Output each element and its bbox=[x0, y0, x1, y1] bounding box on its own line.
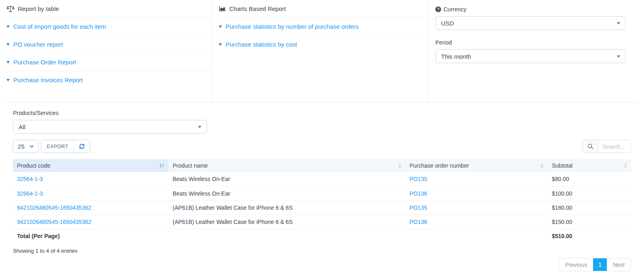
chevron-down-icon bbox=[30, 145, 34, 148]
caret-down-icon bbox=[219, 26, 222, 28]
product-code-link[interactable]: 9421026480545-1650435362 bbox=[17, 204, 91, 211]
section-divider bbox=[6, 102, 638, 102]
question-circle-icon bbox=[435, 6, 441, 12]
export-button[interactable]: EXPORT bbox=[41, 140, 74, 153]
pagination: Previous 1 Next bbox=[559, 258, 631, 271]
po-number-link[interactable]: PO136 bbox=[410, 219, 427, 225]
column-header-subtotal[interactable]: Subtotal bbox=[548, 159, 631, 172]
caret-down-icon bbox=[6, 43, 10, 46]
currency-label: Currency bbox=[443, 6, 467, 13]
product-name-cell: Beats Wireless On-Ear bbox=[169, 172, 405, 186]
period-label: Period bbox=[435, 39, 452, 46]
sort-both-icon bbox=[541, 163, 544, 168]
table-row: 9421026480545-1650435362(AP61B) Leather … bbox=[13, 215, 631, 229]
period-value: This month bbox=[441, 53, 471, 60]
product-code-link[interactable]: 32564-1-3 bbox=[17, 176, 43, 182]
sort-amount-down-icon bbox=[159, 163, 165, 168]
page-size-select[interactable]: 25 bbox=[13, 140, 39, 153]
total-value: $510.00 bbox=[548, 229, 631, 243]
report-link-po-voucher[interactable]: PO voucher report bbox=[6, 36, 211, 53]
next-page-button[interactable]: Next bbox=[607, 258, 631, 271]
magnifier-icon bbox=[587, 143, 593, 149]
caret-down-icon bbox=[6, 26, 10, 28]
products-services-label: Products/Services bbox=[13, 110, 631, 116]
product-code-link[interactable]: 32564-1-3 bbox=[17, 190, 43, 197]
area-chart-icon bbox=[219, 6, 226, 12]
report-link-label[interactable]: Cost of import goods for each item bbox=[13, 23, 106, 30]
caret-down-icon bbox=[6, 79, 10, 81]
chart-link-label[interactable]: Purchase statistics by cost bbox=[226, 41, 297, 48]
po-number-cell: PO135 bbox=[405, 200, 548, 215]
subtotal-cell: $150.00 bbox=[548, 215, 631, 229]
report-link-purchase-order[interactable]: Purchase Order Report bbox=[6, 53, 211, 71]
caret-down-icon bbox=[617, 22, 620, 24]
column-label: Subtotal bbox=[552, 162, 572, 169]
total-row: Total (Per Page) $510.00 bbox=[13, 229, 631, 243]
charts-based-report-title: Charts Based Report bbox=[229, 5, 286, 12]
column-header-product-name[interactable]: Product name bbox=[169, 159, 405, 172]
table-header-row: Product code Product name bbox=[13, 159, 631, 172]
product-code-cell: 32564-1-3 bbox=[13, 172, 169, 186]
sort-both-icon bbox=[398, 163, 401, 168]
report-link-purchase-invoices[interactable]: Purchase Invoices Report bbox=[6, 71, 211, 89]
report-results-panel: Products/Services All 25 EXPORT bbox=[0, 110, 644, 271]
product-code-cell: 32564-1-3 bbox=[13, 186, 169, 200]
report-link-label[interactable]: PO voucher report bbox=[13, 41, 63, 48]
po-number-link[interactable]: PO135 bbox=[410, 176, 427, 182]
period-select[interactable]: This month bbox=[435, 49, 626, 63]
report-link-label[interactable]: Purchase Order Report bbox=[13, 59, 76, 66]
period-label-row: Period bbox=[435, 39, 626, 46]
page-1-button[interactable]: 1 bbox=[593, 258, 607, 271]
chart-link-label[interactable]: Purchase statistics by number of purchas… bbox=[226, 23, 359, 30]
caret-down-icon bbox=[198, 126, 201, 128]
subtotal-cell: $80.00 bbox=[548, 172, 631, 186]
export-button-group: EXPORT bbox=[41, 140, 90, 153]
previous-page-button[interactable]: Previous bbox=[559, 258, 593, 271]
report-by-table-header: Report by table bbox=[6, 0, 211, 18]
table-row: 32564-1-3Beats Wireless On-EarPO135$80.0… bbox=[13, 172, 631, 186]
po-number-cell: PO135 bbox=[405, 172, 548, 186]
column-label: Purchase order number bbox=[410, 162, 469, 169]
product-code-link[interactable]: 9421026480545-1650435362 bbox=[17, 219, 91, 225]
caret-down-icon bbox=[6, 61, 10, 64]
report-table: Product code Product name bbox=[13, 159, 631, 243]
charts-based-report-header: Charts Based Report bbox=[219, 0, 428, 18]
po-number-cell: PO136 bbox=[405, 215, 548, 229]
currency-value: USD bbox=[441, 20, 454, 27]
product-name-cell: (AP61B) Leather Wallet Case for iPhone 6… bbox=[169, 200, 405, 215]
report-by-table-section: Report by table Cost of import goods for… bbox=[6, 0, 211, 102]
column-header-product-code[interactable]: Product code bbox=[13, 159, 169, 172]
currency-label-row: Currency bbox=[435, 6, 626, 13]
search-button[interactable] bbox=[583, 140, 598, 153]
report-link-label[interactable]: Purchase Invoices Report bbox=[13, 77, 83, 83]
subtotal-cell: $100.00 bbox=[548, 186, 631, 200]
product-name-cell: (AP61B) Leather Wallet Case for iPhone 6… bbox=[169, 215, 405, 229]
table-row: 9421026480545-1650435362(AP61B) Leather … bbox=[13, 200, 631, 215]
report-link-cost-of-import[interactable]: Cost of import goods for each item bbox=[6, 18, 211, 36]
po-number-link[interactable]: PO135 bbox=[410, 204, 427, 211]
filters-section: Currency USD Period This month bbox=[428, 0, 638, 102]
table-toolbar: 25 EXPORT bbox=[13, 140, 631, 153]
charts-based-report-section: Charts Based Report Purchase statistics … bbox=[211, 0, 428, 102]
subtotal-cell: $180.00 bbox=[548, 200, 631, 215]
caret-down-icon bbox=[219, 43, 222, 46]
report-filters-panel: Report by table Cost of import goods for… bbox=[0, 0, 644, 102]
table-body: 32564-1-3Beats Wireless On-EarPO135$80.0… bbox=[13, 172, 631, 229]
po-number-link[interactable]: PO136 bbox=[410, 190, 427, 197]
report-by-table-title: Report by table bbox=[18, 5, 59, 12]
po-number-cell: PO136 bbox=[405, 186, 548, 200]
product-code-cell: 9421026480545-1650435362 bbox=[13, 200, 169, 215]
refresh-button[interactable] bbox=[74, 140, 90, 153]
products-services-select[interactable]: All bbox=[13, 120, 207, 134]
column-header-po-number[interactable]: Purchase order number bbox=[405, 159, 548, 172]
search-input[interactable] bbox=[598, 140, 631, 153]
chart-link-by-number-of-orders[interactable]: Purchase statistics by number of purchas… bbox=[219, 18, 428, 36]
chart-link-by-cost[interactable]: Purchase statistics by cost bbox=[219, 36, 428, 53]
currency-select[interactable]: USD bbox=[435, 16, 626, 30]
entries-summary: Showing 1 to 4 of 4 entries bbox=[13, 248, 631, 254]
caret-down-icon bbox=[617, 55, 620, 58]
sort-both-icon bbox=[624, 163, 627, 168]
search-group bbox=[582, 140, 631, 153]
column-label: Product name bbox=[173, 162, 208, 169]
product-code-cell: 9421026480545-1650435362 bbox=[13, 215, 169, 229]
